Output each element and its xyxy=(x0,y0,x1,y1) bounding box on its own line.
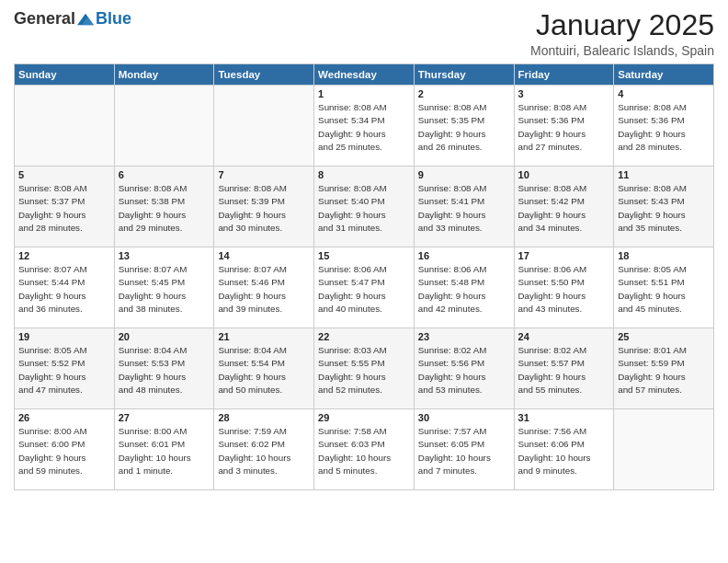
day-number: 19 xyxy=(18,331,110,342)
calendar-cell: 9Sunrise: 8:08 AMSunset: 5:41 PMDaylight… xyxy=(414,167,514,247)
day-number: 15 xyxy=(318,250,410,261)
day-number: 18 xyxy=(618,250,710,261)
header: General Blue January 2025 Montuiri, Bale… xyxy=(14,9,714,58)
calendar-cell: 11Sunrise: 8:08 AMSunset: 5:43 PMDayligh… xyxy=(614,167,714,247)
day-number: 8 xyxy=(318,169,410,180)
day-info: Sunrise: 8:08 AMSunset: 5:40 PMDaylight:… xyxy=(318,182,410,235)
day-number: 2 xyxy=(418,88,510,99)
weekday-header-wednesday: Wednesday xyxy=(314,64,415,86)
calendar-cell xyxy=(15,86,115,167)
day-number: 21 xyxy=(218,331,310,342)
day-info: Sunrise: 8:08 AMSunset: 5:39 PMDaylight:… xyxy=(218,182,310,235)
calendar-cell: 3Sunrise: 8:08 AMSunset: 5:36 PMDaylight… xyxy=(514,86,614,167)
day-number: 23 xyxy=(418,331,510,342)
calendar-cell xyxy=(614,409,714,490)
day-info: Sunrise: 8:00 AMSunset: 6:00 PMDaylight:… xyxy=(18,425,110,477)
logo-text: General Blue xyxy=(14,9,131,29)
calendar-week-row: 5Sunrise: 8:08 AMSunset: 5:37 PMDaylight… xyxy=(15,167,714,247)
day-info: Sunrise: 8:08 AMSunset: 5:43 PMDaylight:… xyxy=(618,182,710,235)
day-number: 22 xyxy=(318,331,410,342)
calendar-cell: 7Sunrise: 8:08 AMSunset: 5:39 PMDaylight… xyxy=(214,167,314,247)
day-info: Sunrise: 7:56 AMSunset: 6:06 PMDaylight:… xyxy=(518,425,610,477)
logo-general: General xyxy=(14,9,75,29)
day-info: Sunrise: 8:08 AMSunset: 5:36 PMDaylight:… xyxy=(618,101,710,154)
day-number: 24 xyxy=(518,331,610,342)
calendar-week-row: 26Sunrise: 8:00 AMSunset: 6:00 PMDayligh… xyxy=(15,409,714,490)
day-number: 26 xyxy=(18,412,110,423)
main-title: January 2025 xyxy=(530,9,714,41)
day-info: Sunrise: 8:02 AMSunset: 5:57 PMDaylight:… xyxy=(518,344,610,396)
calendar-cell: 29Sunrise: 7:58 AMSunset: 6:03 PMDayligh… xyxy=(314,409,415,490)
logo-icon xyxy=(77,13,94,26)
day-number: 30 xyxy=(418,412,510,423)
weekday-header-friday: Friday xyxy=(514,64,614,86)
calendar-cell: 16Sunrise: 8:06 AMSunset: 5:48 PMDayligh… xyxy=(414,247,514,328)
day-number: 13 xyxy=(119,250,210,261)
day-info: Sunrise: 8:08 AMSunset: 5:41 PMDaylight:… xyxy=(418,182,510,235)
calendar-cell: 5Sunrise: 8:08 AMSunset: 5:37 PMDaylight… xyxy=(15,167,115,247)
calendar-cell: 28Sunrise: 7:59 AMSunset: 6:02 PMDayligh… xyxy=(214,409,314,490)
day-info: Sunrise: 8:01 AMSunset: 5:59 PMDaylight:… xyxy=(618,344,710,396)
calendar-cell: 21Sunrise: 8:04 AMSunset: 5:54 PMDayligh… xyxy=(214,328,314,409)
day-number: 6 xyxy=(119,169,210,180)
calendar-cell: 8Sunrise: 8:08 AMSunset: 5:40 PMDaylight… xyxy=(314,167,415,247)
day-number: 3 xyxy=(518,88,610,99)
day-info: Sunrise: 8:04 AMSunset: 5:53 PMDaylight:… xyxy=(119,344,210,396)
day-info: Sunrise: 8:06 AMSunset: 5:50 PMDaylight:… xyxy=(518,263,610,316)
day-info: Sunrise: 7:59 AMSunset: 6:02 PMDaylight:… xyxy=(218,425,310,477)
day-info: Sunrise: 8:08 AMSunset: 5:34 PMDaylight:… xyxy=(318,101,410,154)
day-number: 7 xyxy=(218,169,310,180)
calendar-week-row: 12Sunrise: 8:07 AMSunset: 5:44 PMDayligh… xyxy=(15,247,714,328)
page: General Blue January 2025 Montuiri, Bale… xyxy=(0,0,728,563)
day-info: Sunrise: 8:00 AMSunset: 6:01 PMDaylight:… xyxy=(119,425,210,477)
calendar-cell: 27Sunrise: 8:00 AMSunset: 6:01 PMDayligh… xyxy=(114,409,214,490)
day-info: Sunrise: 8:08 AMSunset: 5:42 PMDaylight:… xyxy=(518,182,610,235)
calendar-cell: 26Sunrise: 8:00 AMSunset: 6:00 PMDayligh… xyxy=(15,409,115,490)
day-number: 16 xyxy=(418,250,510,261)
weekday-header-tuesday: Tuesday xyxy=(214,64,314,86)
weekday-header-row: SundayMondayTuesdayWednesdayThursdayFrid… xyxy=(15,64,714,86)
weekday-header-monday: Monday xyxy=(114,64,214,86)
day-number: 1 xyxy=(318,88,410,99)
calendar-cell: 17Sunrise: 8:06 AMSunset: 5:50 PMDayligh… xyxy=(514,247,614,328)
calendar-cell: 4Sunrise: 8:08 AMSunset: 5:36 PMDaylight… xyxy=(614,86,714,167)
day-info: Sunrise: 8:06 AMSunset: 5:47 PMDaylight:… xyxy=(318,263,410,316)
logo-blue: Blue xyxy=(96,9,131,29)
day-number: 5 xyxy=(18,169,110,180)
weekday-header-saturday: Saturday xyxy=(614,64,714,86)
calendar-cell: 23Sunrise: 8:02 AMSunset: 5:56 PMDayligh… xyxy=(414,328,514,409)
day-info: Sunrise: 8:07 AMSunset: 5:44 PMDaylight:… xyxy=(18,263,110,316)
day-info: Sunrise: 8:08 AMSunset: 5:35 PMDaylight:… xyxy=(418,101,510,154)
calendar-cell: 31Sunrise: 7:56 AMSunset: 6:06 PMDayligh… xyxy=(514,409,614,490)
weekday-header-sunday: Sunday xyxy=(15,64,115,86)
day-info: Sunrise: 7:57 AMSunset: 6:05 PMDaylight:… xyxy=(418,425,510,477)
day-number: 25 xyxy=(618,331,710,342)
calendar-body: 1Sunrise: 8:08 AMSunset: 5:34 PMDaylight… xyxy=(15,86,714,490)
calendar-cell: 13Sunrise: 8:07 AMSunset: 5:45 PMDayligh… xyxy=(114,247,214,328)
day-info: Sunrise: 8:08 AMSunset: 5:38 PMDaylight:… xyxy=(119,182,210,235)
day-info: Sunrise: 8:08 AMSunset: 5:37 PMDaylight:… xyxy=(18,182,110,235)
calendar-header: SundayMondayTuesdayWednesdayThursdayFrid… xyxy=(15,64,714,86)
title-block: January 2025 Montuiri, Balearic Islands,… xyxy=(530,9,714,58)
day-info: Sunrise: 8:02 AMSunset: 5:56 PMDaylight:… xyxy=(418,344,510,396)
weekday-header-thursday: Thursday xyxy=(414,64,514,86)
day-info: Sunrise: 8:06 AMSunset: 5:48 PMDaylight:… xyxy=(418,263,510,316)
day-number: 31 xyxy=(518,412,610,423)
calendar-cell xyxy=(214,86,314,167)
calendar-week-row: 1Sunrise: 8:08 AMSunset: 5:34 PMDaylight… xyxy=(15,86,714,167)
calendar-cell: 25Sunrise: 8:01 AMSunset: 5:59 PMDayligh… xyxy=(614,328,714,409)
calendar-cell: 18Sunrise: 8:05 AMSunset: 5:51 PMDayligh… xyxy=(614,247,714,328)
calendar-cell: 1Sunrise: 8:08 AMSunset: 5:34 PMDaylight… xyxy=(314,86,415,167)
day-number: 20 xyxy=(119,331,210,342)
calendar-cell: 19Sunrise: 8:05 AMSunset: 5:52 PMDayligh… xyxy=(15,328,115,409)
day-number: 9 xyxy=(418,169,510,180)
calendar-cell: 24Sunrise: 8:02 AMSunset: 5:57 PMDayligh… xyxy=(514,328,614,409)
day-number: 11 xyxy=(618,169,710,180)
calendar-cell: 14Sunrise: 8:07 AMSunset: 5:46 PMDayligh… xyxy=(214,247,314,328)
day-number: 10 xyxy=(518,169,610,180)
day-number: 27 xyxy=(119,412,210,423)
day-number: 4 xyxy=(618,88,710,99)
calendar-cell: 15Sunrise: 8:06 AMSunset: 5:47 PMDayligh… xyxy=(314,247,415,328)
calendar: SundayMondayTuesdayWednesdayThursdayFrid… xyxy=(14,63,714,490)
calendar-cell: 10Sunrise: 8:08 AMSunset: 5:42 PMDayligh… xyxy=(514,167,614,247)
